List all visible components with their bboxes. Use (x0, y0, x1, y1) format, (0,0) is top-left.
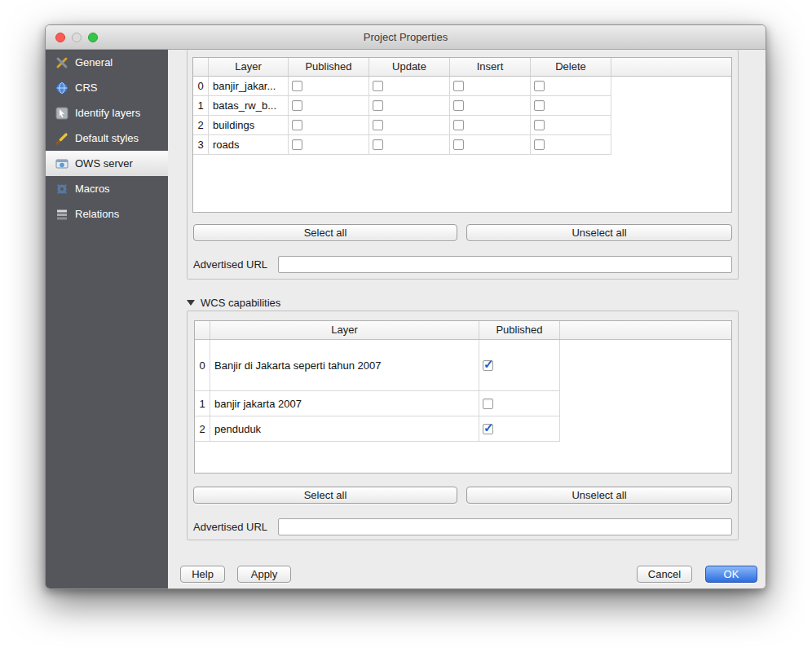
published-cell (289, 116, 369, 135)
layer-name: roads (209, 135, 289, 155)
wcs-table-row: 2penduduk (195, 416, 731, 442)
published-checkbox[interactable] (483, 360, 493, 371)
sidebar-item-label: Default styles (75, 132, 139, 144)
published-cell (479, 391, 560, 416)
relations-icon (55, 208, 68, 221)
wcs-capabilities-disclosure[interactable]: WCS capabilities (187, 295, 280, 310)
sidebar-item-macros[interactable]: Macros (46, 176, 168, 201)
globe-icon (55, 82, 68, 95)
sidebar-item-relations[interactable]: Relations (46, 201, 168, 227)
sidebar-item-crs[interactable]: CRS (46, 75, 168, 100)
cancel-button[interactable]: Cancel (637, 566, 692, 583)
published-checkbox[interactable] (292, 81, 302, 91)
row-index: 2 (193, 116, 209, 135)
published-checkbox[interactable] (292, 139, 302, 150)
column-header-published[interactable]: Published (479, 321, 560, 339)
wcs-advertised-url-input[interactable] (278, 518, 732, 535)
tools-icon (55, 56, 68, 69)
identify-cursor-icon (55, 107, 68, 120)
window-controls (55, 33, 98, 42)
wfs-advertised-url-input[interactable] (278, 256, 732, 273)
wcs-unselect-all-button[interactable]: Unselect all (466, 487, 732, 504)
update-cell (369, 96, 450, 116)
insert-checkbox[interactable] (453, 100, 464, 111)
ows-server-icon (55, 157, 68, 170)
insert-cell (450, 116, 531, 135)
ows-server-panel: Layer Published Update Insert Delete 0ba… (168, 50, 766, 588)
delete-cell (531, 116, 611, 135)
published-checkbox[interactable] (292, 100, 302, 111)
published-checkbox[interactable] (292, 120, 302, 130)
help-button[interactable]: Help (180, 566, 225, 583)
published-cell (479, 340, 560, 391)
update-checkbox[interactable] (373, 139, 383, 150)
delete-checkbox[interactable] (534, 120, 545, 130)
insert-cell (450, 135, 531, 155)
wcs-table-body: 0Banjir di Jakarta seperti tahun 20071ba… (195, 340, 731, 442)
chevron-down-icon (187, 300, 195, 306)
project-properties-window: Project Properties General CRS Identify … (45, 24, 766, 589)
row-index: 3 (193, 135, 209, 155)
corner-header (193, 58, 209, 76)
header-filler (560, 321, 731, 339)
minimize-button[interactable] (72, 33, 82, 42)
layer-name: batas_rw_b... (209, 96, 289, 116)
published-cell (289, 135, 369, 155)
insert-checkbox[interactable] (453, 81, 464, 91)
ok-button[interactable]: OK (705, 566, 757, 583)
row-index: 0 (193, 77, 209, 96)
wfs-unselect-all-button[interactable]: Unselect all (466, 224, 732, 241)
column-header-delete[interactable]: Delete (531, 58, 611, 76)
insert-cell (450, 96, 531, 116)
window-title: Project Properties (46, 25, 766, 49)
apply-button[interactable]: Apply (237, 566, 291, 583)
delete-checkbox[interactable] (534, 100, 545, 111)
title-bar[interactable]: Project Properties (46, 25, 766, 50)
sidebar-item-general[interactable]: General (46, 50, 168, 75)
sidebar-item-label: CRS (75, 82, 97, 94)
column-header-layer[interactable]: Layer (210, 321, 479, 339)
wcs-select-all-button[interactable]: Select all (193, 487, 457, 504)
sidebar-item-default-styles[interactable]: Default styles (46, 126, 168, 151)
layer-name: penduduk (210, 416, 479, 442)
wfs-table-row: 0banjir_jakar... (193, 77, 731, 96)
sidebar-item-ows-server[interactable]: OWS server (46, 151, 168, 176)
published-checkbox[interactable] (483, 399, 493, 409)
layer-name: banjir_jakar... (209, 77, 289, 96)
wfs-select-all-button[interactable]: Select all (193, 224, 457, 241)
column-header-published[interactable]: Published (289, 58, 369, 76)
column-header-insert[interactable]: Insert (450, 58, 531, 76)
insert-cell (450, 77, 531, 96)
delete-checkbox[interactable] (534, 81, 545, 91)
update-checkbox[interactable] (373, 100, 383, 111)
insert-checkbox[interactable] (453, 139, 464, 150)
update-checkbox[interactable] (373, 120, 383, 130)
delete-checkbox[interactable] (534, 139, 545, 150)
sidebar-item-label: Relations (75, 208, 119, 220)
close-button[interactable] (55, 33, 65, 42)
wfs-table-body: 0banjir_jakar...1batas_rw_b...2buildings… (193, 77, 731, 155)
published-checkbox[interactable] (483, 424, 493, 434)
row-index: 0 (195, 340, 210, 391)
sidebar-item-identify-layers[interactable]: Identify layers (46, 100, 168, 126)
wfs-layers-table: Layer Published Update Insert Delete 0ba… (192, 57, 732, 213)
delete-cell (531, 135, 611, 155)
wcs-table-row: 1banjir jakarta 2007 (195, 391, 731, 416)
header-filler (611, 58, 731, 76)
row-index: 1 (193, 96, 209, 116)
wcs-layers-table: Layer Published 0Banjir di Jakarta seper… (194, 320, 732, 474)
insert-checkbox[interactable] (453, 120, 464, 130)
zoom-button[interactable] (88, 33, 98, 42)
layer-name: Banjir di Jakarta seperti tahun 2007 (210, 340, 479, 391)
column-header-layer[interactable]: Layer (209, 58, 289, 76)
wcs-table-row: 0Banjir di Jakarta seperti tahun 2007 (195, 340, 731, 391)
column-header-update[interactable]: Update (369, 58, 450, 76)
sidebar: General CRS Identify layers Default styl… (46, 50, 168, 588)
update-checkbox[interactable] (373, 81, 383, 91)
row-index: 1 (195, 391, 210, 416)
published-cell (289, 96, 369, 116)
wfs-advertised-url-label: Advertised URL (193, 256, 267, 273)
sidebar-item-label: General (75, 56, 113, 68)
published-cell (479, 416, 560, 442)
paintbrush-icon (55, 132, 68, 145)
